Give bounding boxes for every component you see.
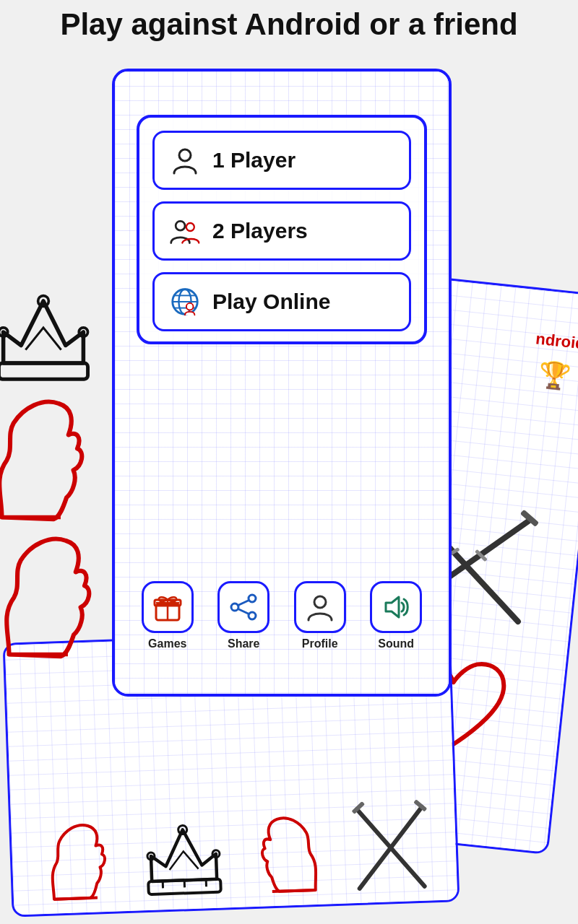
two-players-button[interactable]: 2 Players <box>152 201 411 261</box>
profile-icon-box <box>294 581 346 633</box>
svg-rect-19 <box>0 363 88 379</box>
svg-line-6 <box>53 898 97 899</box>
two-players-label: 2 Players <box>212 219 308 243</box>
one-player-button[interactable]: 1 Player <box>152 131 411 190</box>
play-online-label: Play Online <box>212 289 330 314</box>
android-label: ndroid <box>535 329 578 353</box>
menu-container: 1 Player 2 Players <box>137 115 427 344</box>
sound-icon-box <box>370 581 422 633</box>
profile-label: Profile <box>302 637 338 650</box>
share-icon-box <box>217 581 269 633</box>
svg-line-41 <box>238 601 249 606</box>
svg-point-26 <box>176 221 185 230</box>
games-button[interactable]: Games <box>142 581 194 650</box>
svg-point-27 <box>186 223 194 231</box>
profile-icon <box>304 591 336 623</box>
share-button[interactable]: Share <box>217 581 269 650</box>
games-label: Games <box>148 637 186 650</box>
play-online-button[interactable]: Play Online <box>152 272 411 331</box>
games-icon-box <box>142 581 194 633</box>
profile-button[interactable]: Profile <box>294 581 346 650</box>
svg-point-38 <box>249 595 256 602</box>
single-player-icon <box>169 144 201 176</box>
main-card: 1 Player 2 Players <box>112 69 452 697</box>
svg-line-14 <box>272 890 315 892</box>
sound-icon <box>380 591 412 623</box>
svg-line-42 <box>238 609 249 614</box>
share-label: Share <box>228 637 259 650</box>
one-player-label: 1 Player <box>212 148 296 173</box>
page-title: Play against Android or a friend <box>0 7 578 42</box>
sound-button[interactable]: Sound <box>370 581 422 650</box>
games-icon <box>152 591 184 623</box>
bottom-icons-row: Games Share <box>129 581 434 650</box>
svg-point-25 <box>179 149 191 161</box>
trophy-icon: 🏆 <box>537 359 572 392</box>
svg-point-43 <box>314 596 326 608</box>
svg-point-39 <box>231 603 238 611</box>
share-icon <box>228 591 259 623</box>
svg-point-33 <box>186 303 194 310</box>
sound-label: Sound <box>378 637 414 650</box>
two-players-icon <box>169 215 201 247</box>
play-online-icon <box>169 286 201 318</box>
svg-point-40 <box>249 612 256 619</box>
